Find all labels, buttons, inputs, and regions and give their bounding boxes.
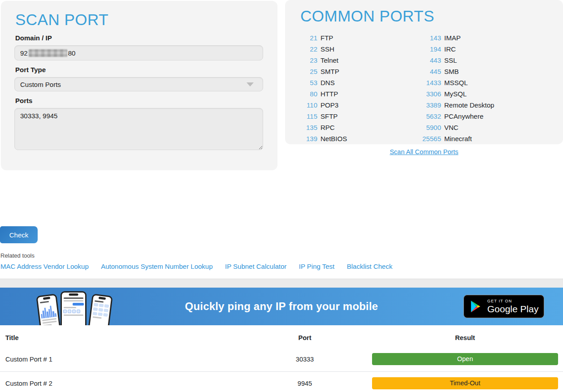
common-ports-list: 21FTP 22SSH 23Telnet 25SMTP 53DNS 80HTTP… [299,32,549,144]
phone-mockup-center [61,291,87,325]
row-title: Custom Port # 2 [0,380,269,387]
common-port-item: 5632PCAnywhere [418,111,549,122]
common-port-item: 3306MySQL [418,88,549,99]
header-port: Port [269,334,341,341]
port-type-selected-value: Custom Ports [20,81,61,88]
common-port-item: 443SSL [418,55,549,66]
common-ports-panel: COMMON PORTS 21FTP 22SSH 23Telnet 25SMTP… [285,0,563,144]
common-port-item: 135RPC [299,122,418,133]
scan-results-table: Title Port Result Custom Port # 1 30333 … [0,325,563,392]
header-title: Title [0,334,269,341]
port-type-select[interactable]: Custom Ports [14,77,263,91]
common-port-item: 21FTP [299,32,418,43]
google-play-badge[interactable]: GET IT ON Google Play [463,295,544,318]
link-ip-subnet-calculator[interactable]: IP Subnet Calculator [225,263,286,270]
redacted-ip-digits [29,49,67,57]
common-port-item: 143IMAP [418,32,549,43]
check-button[interactable]: Check [0,226,38,243]
common-ports-column-2: 143IMAP 194IRC 443SSL 445SMB 1433MSSQL 3… [418,32,549,144]
link-mac-address-vendor-lookup[interactable]: MAC Address Vendor Lookup [0,263,89,270]
common-port-item: 23Telnet [299,55,418,66]
common-port-item: 139NetBIOS [299,133,418,144]
results-header-row: Title Port Result [0,325,563,348]
domain-value-suffix: 80 [68,49,76,57]
link-blacklist-check[interactable]: Blacklist Check [347,263,393,270]
row-port: 30333 [269,356,341,363]
common-ports-title: COMMON PORTS [300,7,549,25]
common-port-item: 5900VNC [418,122,549,133]
common-port-item: 115SFTP [299,111,418,122]
common-port-item: 3389Remote Desktop [418,99,549,111]
page: SCAN PORT Domain / IP 9280 Port Type Cus… [0,0,563,392]
phone-mockup-right [88,293,113,325]
header-result: Result [372,334,558,341]
row-port: 9945 [269,380,341,387]
phones-promo-image [38,291,111,325]
table-row: Custom Port # 1 30333 Open [0,348,563,371]
phone-mockup-left [36,293,61,325]
common-port-item: 1433MSSQL [418,77,549,88]
common-port-item: 110POP3 [299,99,418,111]
link-asn-lookup[interactable]: Autonomous System Number Lookup [101,263,212,270]
status-badge-open: Open [372,353,558,365]
common-port-item: 80HTTP [299,88,418,99]
common-port-item: 22SSH [299,43,418,55]
domain-value-prefix: 92 [20,49,28,57]
common-port-item: 194IRC [418,43,549,55]
google-play-label: Google Play [487,304,538,314]
mobile-app-banner: Quickly ping any IP from your mobile [0,288,563,325]
common-ports-column-1: 21FTP 22SSH 23Telnet 25SMTP 53DNS 80HTTP… [299,32,418,144]
domain-input[interactable]: 9280 [14,45,263,60]
scan-port-panel: SCAN PORT Domain / IP 9280 Port Type Cus… [1,1,277,170]
google-play-text: GET IT ON Google Play [487,299,538,314]
chevron-down-icon [247,82,254,86]
scan-all-wrap: Scan All Common Ports [285,148,563,156]
section-divider-band [0,279,563,288]
common-port-item: 25SMTP [299,66,418,77]
common-port-item: 25565Minecraft [418,133,549,144]
common-port-item: 53DNS [299,77,418,88]
row-title: Custom Port # 1 [0,356,269,363]
google-play-icon [469,300,483,313]
scan-all-common-ports-link[interactable]: Scan All Common Ports [390,148,458,155]
common-port-item: 445SMB [418,66,549,77]
port-type-label: Port Type [15,66,264,73]
link-ip-ping-test[interactable]: IP Ping Test [299,263,335,270]
related-tools-links: MAC Address Vendor Lookup Autonomous Sys… [0,263,404,271]
ports-textarea[interactable]: 30333, 9945 [14,108,263,150]
domain-ip-label: Domain / IP [15,34,264,42]
table-row: Custom Port # 2 9945 Timed-Out [0,371,563,392]
status-badge-timed-out: Timed-Out [372,377,558,389]
get-it-on-label: GET IT ON [487,299,538,303]
scan-port-title: SCAN PORT [15,11,264,29]
related-tools-label: Related tools [0,252,35,259]
ports-label: Ports [15,97,264,104]
